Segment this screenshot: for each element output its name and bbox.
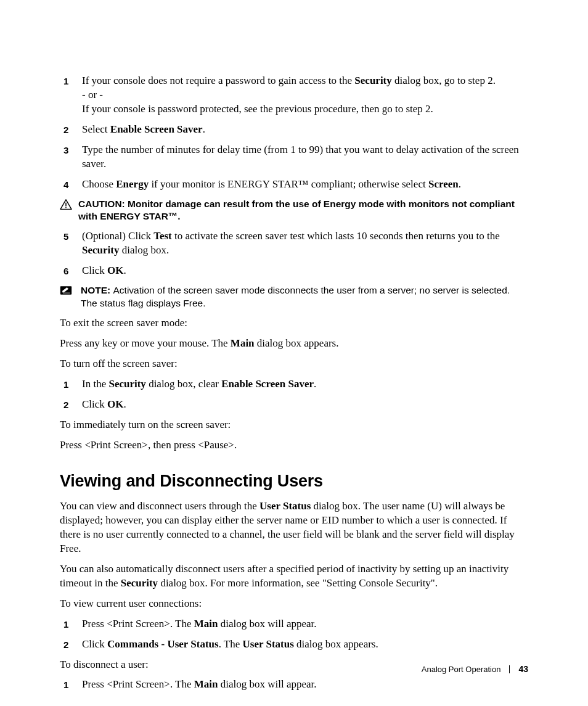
list-item: 2Select Enable Screen Saver. xyxy=(60,123,528,137)
bold-text: Test xyxy=(153,230,172,242)
svg-rect-1 xyxy=(65,207,66,208)
procedure-list-e: 1Press <Print Screen>. The Main dialog b… xyxy=(60,678,528,692)
note-label: NOTE: xyxy=(81,285,113,295)
procedure-list-b: 5(Optional) Click Test to activate the s… xyxy=(60,229,528,278)
list-item-number: 2 xyxy=(63,639,68,651)
list-item-body: Click OK. xyxy=(82,398,126,410)
bold-text: User Status xyxy=(259,500,311,512)
list-item-body: Choose Energy if your monitor is ENERGY … xyxy=(82,178,461,190)
paragraph: Press any key or move your mouse. The Ma… xyxy=(60,337,528,351)
list-item-number: 6 xyxy=(63,265,68,277)
paragraph: You can view and disconnect users throug… xyxy=(60,499,528,556)
footer-divider xyxy=(509,665,510,673)
bold-text: OK xyxy=(107,398,123,410)
bold-text: Enable Screen Saver xyxy=(110,123,203,135)
bold-text: Main xyxy=(194,678,218,690)
list-item-number: 1 xyxy=(63,618,68,631)
caution-callout: CAUTION: Monitor damage can result from … xyxy=(60,198,528,224)
note-icon xyxy=(60,285,72,300)
paragraph: To turn off the screen saver: xyxy=(60,357,528,371)
list-item: 1Press <Print Screen>. The Main dialog b… xyxy=(60,678,528,692)
bold-text: User Status xyxy=(243,638,294,650)
list-item-number: 2 xyxy=(63,399,68,411)
list-item-number: 1 xyxy=(63,679,68,691)
list-item-body: If your console does not require a passw… xyxy=(82,75,496,115)
list-item-body: Type the number of minutes for delay tim… xyxy=(82,144,519,170)
paragraph: You can also automatically disconnect us… xyxy=(60,562,528,591)
bold-text: Main xyxy=(231,337,255,349)
paragraph: Press <Print Screen>, then press <Pause>… xyxy=(60,438,528,453)
list-item-body: (Optional) Click Test to activate the sc… xyxy=(82,230,500,256)
page-footer: Analog Port Operation 43 xyxy=(422,664,528,674)
list-item-body: Press <Print Screen>. The Main dialog bo… xyxy=(82,678,317,690)
note-body: Activation of the screen saver mode disc… xyxy=(81,285,510,308)
note-text: NOTE: Activation of the screen saver mod… xyxy=(78,284,528,310)
bold-text: Main xyxy=(194,618,218,630)
list-item: 3Type the number of minutes for delay ti… xyxy=(60,143,528,171)
procedure-list-d: 1Press <Print Screen>. The Main dialog b… xyxy=(60,617,528,652)
list-item-number: 4 xyxy=(63,179,68,191)
svg-rect-0 xyxy=(65,202,66,206)
note-callout: NOTE: Activation of the screen saver mod… xyxy=(60,284,528,310)
list-item: 2Click Commands - User Status. The User … xyxy=(60,638,528,652)
list-item-number: 5 xyxy=(63,231,68,243)
list-item: 4Choose Energy if your monitor is ENERGY… xyxy=(60,178,528,192)
procedure-list-a: 1If your console does not require a pass… xyxy=(60,74,528,192)
bold-text: Screen xyxy=(428,178,459,190)
list-item-number: 3 xyxy=(63,144,68,157)
paragraph: To view current user connections: xyxy=(60,597,528,611)
list-item: 1If your console does not require a pass… xyxy=(60,74,528,117)
caution-body: Monitor damage can result from the use o… xyxy=(78,199,515,222)
bold-text: Enable Screen Saver xyxy=(221,378,314,390)
list-item: 5(Optional) Click Test to activate the s… xyxy=(60,229,528,258)
list-item-body: Press <Print Screen>. The Main dialog bo… xyxy=(82,618,317,630)
bold-text: Energy xyxy=(116,178,149,190)
list-item: 2Click OK. xyxy=(60,398,528,412)
bold-text: Security xyxy=(121,577,158,589)
bold-text: Security xyxy=(354,75,391,86)
caution-text: CAUTION: Monitor damage can result from … xyxy=(78,198,528,224)
procedure-list-c: 1In the Security dialog box, clear Enabl… xyxy=(60,377,528,412)
list-item-body: Click OK. xyxy=(82,265,126,276)
list-item-body: Select Enable Screen Saver. xyxy=(82,123,205,135)
caution-label: CAUTION: xyxy=(78,199,128,209)
section-heading: Viewing and Disconnecting Users xyxy=(60,470,528,492)
footer-page-number: 43 xyxy=(518,664,528,674)
list-item: 6Click OK. xyxy=(60,264,528,278)
bold-text: Security xyxy=(108,378,145,390)
page-content: 1If your console does not require a pass… xyxy=(0,0,588,706)
paragraph: To exit the screen saver mode: xyxy=(60,316,528,330)
bold-text: Commands - User Status xyxy=(107,638,219,650)
footer-section-title: Analog Port Operation xyxy=(422,665,501,674)
list-item-number: 2 xyxy=(63,124,68,136)
paragraph: To immediately turn on the screen saver: xyxy=(60,418,528,432)
caution-icon xyxy=(60,199,72,215)
bold-text: OK xyxy=(107,265,123,276)
list-item-body: In the Security dialog box, clear Enable… xyxy=(82,378,316,390)
list-item-number: 1 xyxy=(63,75,68,88)
list-item: 1Press <Print Screen>. The Main dialog b… xyxy=(60,617,528,631)
list-item-body: Click Commands - User Status. The User S… xyxy=(82,638,378,650)
list-item-number: 1 xyxy=(63,379,68,391)
list-item: 1In the Security dialog box, clear Enabl… xyxy=(60,377,528,392)
bold-text: Security xyxy=(82,244,119,256)
